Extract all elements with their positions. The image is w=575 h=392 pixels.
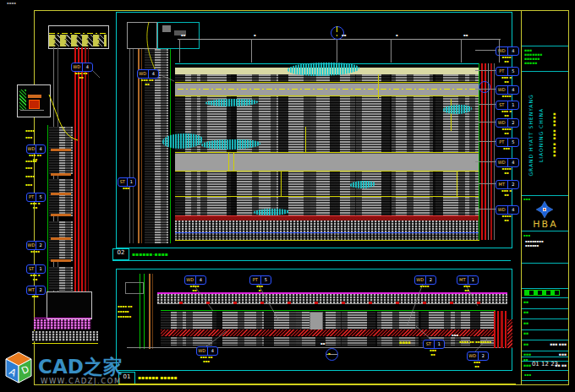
material-tag-note: ▪▪▪ ▪▪ ▪▪▪ [193, 356, 220, 363]
annotation-text: ▪▪▪▪ [25, 174, 35, 178]
dimension-tick [391, 39, 392, 63]
material-tag-note: ▪▪▪ ▪ ▪▪ [23, 202, 47, 210]
material-tag-note: ▪▪▪ [23, 295, 47, 299]
material-tag-note: ▪▪▪▪ [411, 285, 438, 289]
dimension-tick [179, 39, 180, 63]
dimension-text: ▪▪ [342, 33, 346, 37]
annotation-text: ▪▪▪ [25, 182, 32, 187]
dimension-tick [337, 39, 337, 63]
material-tag-note: ▪▪▪ ▪▪ ▪▪ [68, 72, 95, 79]
fixing-square [369, 302, 372, 304]
material-tag-note: ▪▪▪▪ ▪▪ [492, 167, 521, 175]
tag-leader-line [475, 141, 496, 142]
annotation-text: ▪▪▪▪▪ [118, 309, 129, 313]
fixing-square [206, 302, 210, 304]
material-tag-note: ▪▪▪ ▪ [246, 285, 273, 292]
material-tag-note: ▪▪▪ ▪▪ [453, 285, 480, 292]
slab-note: ▪▪▪▪ [399, 340, 411, 345]
annotation-text: ▪▪▪▪▪▪ [118, 314, 131, 318]
fixing-square [342, 302, 345, 304]
annotation-text: ▪▪▪ [25, 135, 32, 139]
section-mark-text: ▪ [328, 351, 331, 356]
annotation-text: ▪▪▪ [25, 166, 32, 170]
cad-drawing-sheet: ▪▪▪▪ [0, 0, 575, 392]
fixing-square [477, 302, 480, 304]
fixing-square [260, 302, 264, 304]
material-tag-note: ▪▪▪ ▪ ▪▪ [492, 76, 521, 84]
tag-leader-line [475, 50, 496, 51]
material-tag-note: ▪▪▪▪ ▪▪ [181, 285, 208, 292]
dimension-tick [461, 39, 462, 63]
material-tag-note: ▪▪▪ ▪ ▪▪ [492, 189, 521, 197]
material-tag-note: ▪▪▪ ▪▪ [419, 349, 446, 357]
fixing-square [288, 302, 291, 304]
tag-leader-line [475, 70, 496, 71]
tag-leader-line [475, 89, 496, 90]
level-text: ▪▪ [320, 341, 325, 346]
material-tag-note: ▪▪▪ [114, 187, 138, 191]
material-tag-note: ▪▪▪ ▪ ▪▪ [492, 110, 521, 117]
fixing-square [450, 302, 453, 304]
watermark-url: WWW.CADZJ.COM [41, 377, 122, 385]
dimension-text: ▪▪ [463, 33, 468, 37]
material-tag-note: ▪▪▪ ▪▪ [463, 361, 490, 368]
material-tag-note: ▪▪▪▪ ▪▪ [492, 128, 521, 135]
annotation-text: ▪▪▪▪ [25, 128, 35, 133]
material-tag-note: ▪▪▪ [492, 147, 521, 151]
fixing-square [315, 302, 318, 304]
long-note: ▪▪▪▪ ▪▪-▪▪▪▪▪▪▪ [459, 340, 491, 344]
tag-leader-line [475, 122, 496, 122]
annotation-text: ▪▪▪▪▪ [25, 159, 37, 163]
annotation-text: ▪▪▪▪ ▪▪ [118, 304, 133, 308]
dimension-text: ▪ [396, 33, 398, 37]
fixing-square [179, 302, 183, 304]
material-tag-note: ▪▪▪▪ [492, 95, 521, 99]
material-tag-note: ▪▪▪ ▪▪ ▪▪ [134, 79, 161, 86]
material-tag-note: ▪▪▪▪ ▪▪ [492, 56, 521, 63]
fixing-square [423, 302, 426, 304]
tag-leader-line [475, 104, 496, 105]
dimension-tick [499, 39, 500, 63]
fixing-square [396, 302, 399, 304]
material-tag-note: ▪▪▪▪ ▪▪ [492, 215, 521, 222]
tag-leader-line [475, 209, 496, 210]
leader-lines-overlay [0, 0, 575, 392]
level-text: ▪▪▪ [452, 333, 458, 337]
material-tag-note: ▪▪▪▪ [23, 250, 47, 254]
cadzj-cube-icon: A D [3, 351, 35, 386]
dimension-text: ▪ [254, 33, 256, 37]
tag-leader-line [475, 183, 496, 184]
material-tag-note: ▪▪▪ ▪ ▪▪ [23, 274, 47, 281]
dimension-text: ▪▪ [181, 33, 185, 37]
dimension-tick [251, 39, 252, 63]
tag-leader-line [475, 161, 496, 162]
fixing-square [233, 302, 237, 304]
